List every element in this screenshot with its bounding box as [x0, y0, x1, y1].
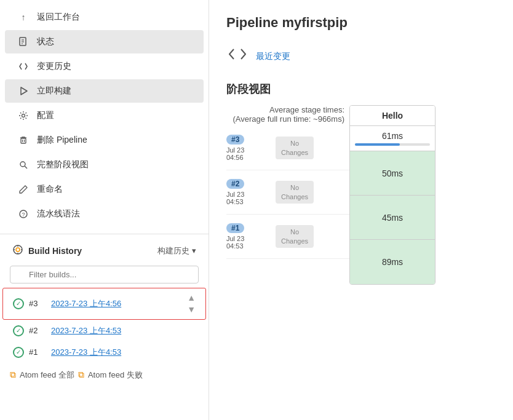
stage-table-avg-row: 61ms [350, 126, 435, 151]
stage-build-info-3: #3 Jul 23 04:56 [226, 135, 276, 161]
build-item-3[interactable]: ✓ #3 2023-7-23 上午4:56 ▲ ▼ [2, 288, 206, 320]
pencil-icon [17, 184, 30, 194]
question-icon: ? [17, 209, 30, 219]
stage-view-left: Average stage times: (Average full run t… [226, 105, 349, 259]
stage-row-3: #3 Jul 23 04:56 NoChanges [226, 126, 349, 170]
recent-change-link[interactable]: 最近变更 [256, 51, 290, 62]
stage-table: Hello 61ms 50ms 45ms 89ms [349, 105, 435, 285]
svg-text:?: ? [22, 212, 25, 218]
progress-bar-wrap [355, 143, 430, 146]
build-history-title: Build History [12, 244, 82, 257]
checkmark-icon: ✓ [16, 301, 21, 307]
trash-icon [17, 135, 30, 145]
doc-icon [17, 37, 30, 47]
stage-row-1: #1 Jul 23 04:53 NoChanges [226, 215, 349, 259]
back-icon: ↑ [17, 12, 30, 22]
stage-no-changes-3[interactable]: NoChanges [276, 137, 314, 159]
sidebar-item-build-now[interactable]: 立即构建 [5, 79, 204, 103]
build-list: ✓ #3 2023-7-23 上午4:56 ▲ ▼ ✓ #2 2023-7-23… [0, 288, 209, 363]
rss-icon-all: ⧉ [10, 370, 16, 380]
build-nav-arrows: ▲ ▼ [187, 293, 196, 315]
rss-icon-fail: ⧉ [78, 370, 84, 380]
arrow-down-icon[interactable]: ▼ [187, 304, 196, 315]
stage-build-info-2: #2 Jul 23 04:53 [226, 179, 276, 205]
svg-rect-6 [21, 138, 26, 143]
sidebar-item-status[interactable]: 状态 [5, 30, 204, 53]
build-history-right[interactable]: 构建历史 ▾ [157, 245, 196, 256]
arrow-up-icon[interactable]: ▲ [187, 293, 196, 303]
atom-feed-all-link[interactable]: Atom feed 全部 [20, 370, 74, 381]
sidebar-item-delete[interactable]: 删除 Pipeline [5, 129, 204, 152]
page-title: Pipeline myfirstpip [226, 15, 496, 31]
sidebar-item-full-stage[interactable]: 完整阶段视图 [5, 153, 204, 176]
filter-input-container: 🔍 [10, 266, 199, 283]
stage-no-changes-1[interactable]: NoChanges [276, 225, 314, 248]
build-status-icon-1: ✓ [13, 347, 24, 358]
code-angle-icon [17, 61, 30, 71]
recent-change-row: 最近变更 [226, 43, 496, 69]
sidebar-item-back[interactable]: ↑ 返回工作台 [5, 6, 204, 29]
main-content: Pipeline myfirstpip 最近变更 阶段视图 Average st… [209, 0, 513, 420]
stage-rows: #3 Jul 23 04:56 NoChanges #2 Jul 23 04:5… [226, 126, 349, 259]
stage-avg-label: Average stage times: (Average full run t… [226, 105, 349, 124]
svg-point-5 [22, 114, 25, 117]
gear-icon [17, 111, 30, 121]
stage-table-cell-2[interactable]: 45ms [350, 196, 435, 240]
svg-point-13 [14, 245, 22, 254]
stage-view-title: 阶段视图 [226, 82, 496, 97]
stage-row-2: #2 Jul 23 04:53 NoChanges [226, 170, 349, 215]
sidebar-item-change-history[interactable]: 变更历史 [5, 55, 204, 78]
filter-input-wrap: 🔍 [0, 262, 209, 287]
play-icon [17, 86, 30, 96]
svg-marker-4 [21, 87, 27, 95]
svg-point-14 [16, 248, 20, 252]
build-item-2[interactable]: ✓ #2 2023-7-23 上午4:53 [2, 320, 206, 341]
sidebar-item-rename[interactable]: 重命名 [5, 178, 204, 201]
stage-view-wrapper: Average stage times: (Average full run t… [226, 105, 496, 285]
stage-table-header: Hello [350, 106, 435, 126]
filter-builds-input[interactable] [10, 266, 199, 283]
stage-table-cell-1[interactable]: 89ms [350, 240, 435, 284]
build-item-1[interactable]: ✓ #1 2023-7-23 上午4:53 [2, 342, 206, 363]
sidebar-item-config[interactable]: 配置 [5, 104, 204, 127]
atom-feeds: ⧉ Atom feed 全部 ⧉ Atom feed 失败 [0, 363, 209, 388]
build-status-icon-2: ✓ [13, 325, 24, 336]
build-status-icon-3: ✓ [13, 298, 24, 309]
atom-feed-fail-link[interactable]: Atom feed 失败 [88, 370, 143, 381]
svg-line-10 [25, 166, 27, 168]
stage-build-info-1: #1 Jul 23 04:53 [226, 223, 276, 250]
sidebar: ↑ 返回工作台 状态 变更历史 立即构建 [0, 0, 209, 420]
build-history-icon [12, 244, 23, 257]
sidebar-item-syntax[interactable]: ? 流水线语法 [5, 202, 204, 226]
svg-point-9 [20, 162, 25, 167]
code-icon [226, 43, 249, 69]
build-history-section: Build History 构建历史 ▾ 🔍 ✓ #3 2023-7-23 上午… [0, 234, 209, 388]
progress-bar-fill [355, 143, 400, 146]
chevron-down-icon: ▾ [192, 246, 196, 255]
stage-no-changes-2[interactable]: NoChanges [276, 181, 314, 204]
search-icon [17, 160, 30, 170]
stage-table-cell-3[interactable]: 50ms [350, 151, 435, 196]
build-history-header: Build History 构建历史 ▾ [0, 239, 209, 262]
